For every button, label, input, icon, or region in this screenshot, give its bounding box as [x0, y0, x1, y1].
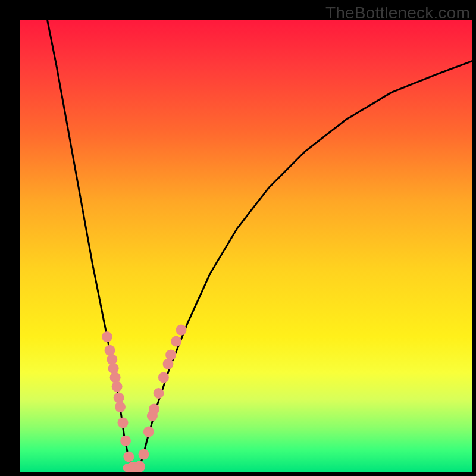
marker-dot: [158, 372, 169, 383]
marker-dot: [107, 354, 117, 365]
marker-dot: [105, 345, 115, 356]
chart-svg: [20, 20, 472, 472]
marker-dot: [171, 336, 181, 347]
marker-dot: [102, 331, 112, 342]
marker-dot: [165, 349, 176, 360]
marker-dot: [123, 451, 134, 462]
marker-dot: [176, 325, 187, 336]
marker-dot: [139, 449, 149, 460]
marker-dot: [115, 402, 126, 412]
marker-dot: [110, 372, 121, 383]
chart-plot-area: [20, 20, 472, 472]
marker-dot: [154, 388, 164, 399]
marker-group: [102, 325, 187, 472]
marker-dot: [134, 461, 145, 471]
bottleneck-curve-path: [48, 20, 472, 468]
marker-dot: [114, 393, 124, 403]
marker-dot: [149, 404, 159, 415]
marker-dot: [112, 381, 123, 392]
marker-dot: [108, 363, 119, 374]
marker-dot: [120, 436, 131, 446]
marker-dot: [143, 427, 154, 437]
chart-frame: TheBottleneck.com: [0, 0, 476, 476]
marker-dot: [118, 417, 129, 428]
marker-dot: [163, 359, 174, 369]
